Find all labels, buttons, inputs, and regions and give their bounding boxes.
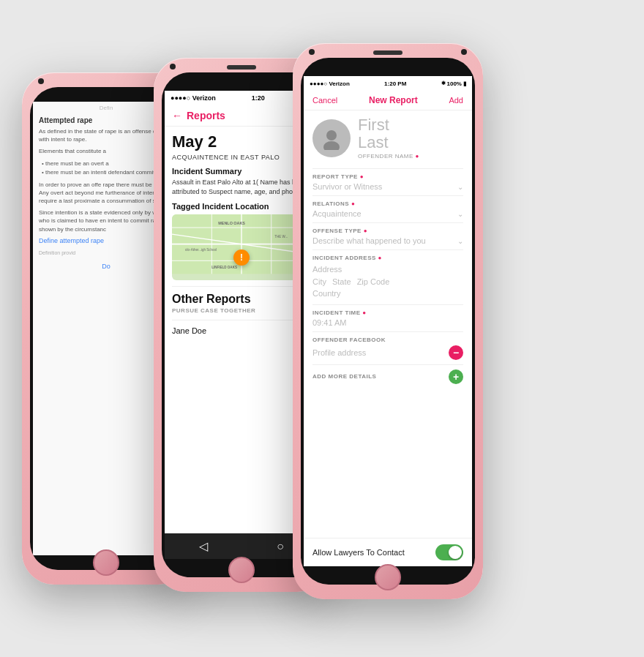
svg-point-12 xyxy=(326,130,337,140)
address-field[interactable]: Address xyxy=(312,263,463,276)
tagged-title: Tagged Incident Location xyxy=(172,202,311,211)
required-dot-rel: ● xyxy=(351,200,355,207)
svg-text:MENLO OAKS: MENLO OAKS xyxy=(218,221,245,225)
incident-time-label: INCIDENT TIME ● xyxy=(312,309,463,316)
report-type-label: REPORT TYPE ● xyxy=(312,173,463,180)
phone-right: ●●●●○ Verizon 1:20 PM ✱ 100% ▮ Cancel Ne… xyxy=(293,43,483,599)
time-value-text: 09:41 AM xyxy=(312,318,346,327)
divider-1 xyxy=(172,286,311,287)
report-tag: ACQUAINTENCE IN EAST PALO xyxy=(172,154,311,161)
incident-address-section: INCIDENT ADDRESS ● Address City State Zi… xyxy=(312,249,463,304)
offender-name-label: OFFENDER NAME ● xyxy=(358,153,419,159)
divider-2 xyxy=(172,320,311,320)
relations-dropdown[interactable]: Acquaintence ⌄ xyxy=(312,209,463,218)
right-carrier: ●●●●○ Verizon xyxy=(310,80,350,87)
add-button[interactable]: Add xyxy=(449,96,463,105)
tag-suffix: IN EAST PALO xyxy=(231,154,280,161)
svg-text:olo-Ather...igh School: olo-Ather...igh School xyxy=(185,248,217,252)
city-state-zip-row: City State Zip Code xyxy=(312,276,463,288)
offender-first-name: First xyxy=(358,116,419,134)
phone-right-inner: ●●●●○ Verizon 1:20 PM ✱ 100% ▮ Cancel Ne… xyxy=(301,58,475,585)
other-reports-sub: PURSUE CASE TOGETHER xyxy=(172,307,311,314)
remove-facebook-button[interactable]: − xyxy=(449,345,463,360)
new-report-title: New Report xyxy=(369,95,418,105)
add-more-details-label: ADD MORE DETAILS xyxy=(312,373,376,380)
left-status-placeholder: Defin xyxy=(100,105,113,111)
home-button-middle[interactable] xyxy=(228,557,255,583)
middle-carrier: ●●●●○ Verizon xyxy=(171,94,216,102)
right-body: First Last OFFENDER NAME ● REPORT TYPE ● xyxy=(304,110,472,557)
home-button-right[interactable] xyxy=(375,564,401,590)
right-battery-section: ✱ 100% ▮ xyxy=(441,80,466,87)
city-field[interactable]: City xyxy=(312,276,326,288)
state-field[interactable]: State xyxy=(332,276,351,288)
report-date: May 2 xyxy=(172,132,311,151)
offender-section: First Last OFFENDER NAME ● xyxy=(312,116,463,159)
svg-text:THE W...: THE W... xyxy=(274,235,288,239)
middle-time: 1:20 xyxy=(252,94,265,102)
offender-name-section: First Last OFFENDER NAME ● xyxy=(358,116,419,159)
bluetooth-icon: ✱ xyxy=(441,80,446,86)
incident-text: Assault in East Palo Alto at 1( Name has… xyxy=(172,178,311,196)
required-dot-name: ● xyxy=(416,153,419,159)
address-fields: Address City State Zip Code Country xyxy=(312,263,463,300)
allow-lawyers-label: Allow Lawyers To Contact xyxy=(312,548,405,557)
right-status-bar: ●●●●○ Verizon 1:20 PM ✱ 100% ▮ xyxy=(304,76,472,91)
report-type-section: REPORT TYPE ● Survivor or Witness ⌄ xyxy=(312,168,463,195)
speaker-middle xyxy=(227,65,256,70)
camera-left-icon xyxy=(38,78,44,84)
scene: Defin Attempted rape As defined in the s… xyxy=(7,14,637,643)
offender-facebook-label: OFFENDER FACEBOOK xyxy=(312,337,463,343)
incident-time-value: 09:41 AM xyxy=(312,318,463,327)
relations-value: Acquaintence xyxy=(312,209,362,218)
chevron-down-icon-rel: ⌄ xyxy=(457,210,463,218)
add-more-details-section: ADD MORE DETAILS + xyxy=(312,364,463,388)
report-type-dropdown[interactable]: Survivor or Witness ⌄ xyxy=(312,182,463,191)
incident-address-label: INCIDENT ADDRESS ● xyxy=(312,255,463,261)
required-dot-addr: ● xyxy=(378,255,382,261)
facebook-row: Profile address − xyxy=(312,345,463,360)
allow-lawyers-row: Allow Lawyers To Contact xyxy=(304,538,472,566)
android-home-btn[interactable]: ○ xyxy=(277,540,284,553)
offense-type-value: Describe what happened to you xyxy=(312,236,426,245)
middle-nav-title: Reports xyxy=(187,110,225,121)
offense-type-label: OFFENSE TYPE ● xyxy=(312,228,463,234)
avatar-icon xyxy=(320,127,343,150)
battery-icon: ▮ xyxy=(463,80,466,87)
other-reports-title: Other Reports xyxy=(172,293,311,306)
home-button-left[interactable] xyxy=(93,549,119,576)
allow-lawyers-toggle[interactable] xyxy=(435,544,463,560)
cancel-button[interactable]: Cancel xyxy=(312,96,337,105)
svg-text:LINFIELD OAKS: LINFIELD OAKS xyxy=(211,266,237,269)
add-more-button[interactable]: + xyxy=(449,369,463,384)
profile-address-placeholder[interactable]: Profile address xyxy=(312,348,366,357)
report-type-value: Survivor or Witness xyxy=(312,182,382,191)
offender-facebook-section: OFFENDER FACEBOOK Profile address − xyxy=(312,331,463,364)
incident-time-section: INCIDENT TIME ● 09:41 AM xyxy=(312,304,463,331)
required-dot-time: ● xyxy=(362,309,366,316)
chevron-down-icon-type: ⌄ xyxy=(457,183,463,191)
camera-middle-left xyxy=(170,64,176,70)
back-arrow-icon[interactable]: ← xyxy=(172,110,182,121)
phone-right-screen: ●●●●○ Verizon 1:20 PM ✱ 100% ▮ Cancel Ne… xyxy=(304,76,472,566)
offense-type-dropdown[interactable]: Describe what happened to you ⌄ xyxy=(312,236,463,245)
report-name: Jane Doe xyxy=(172,326,311,335)
required-dot-off: ● xyxy=(364,228,367,234)
relations-section: RELATIONS ● Acquaintence ⌄ xyxy=(312,195,463,222)
add-more-row: ADD MORE DETAILS + xyxy=(312,369,463,384)
incident-title: Incident Summary xyxy=(172,167,311,176)
android-back-btn[interactable]: ◁ xyxy=(199,539,208,553)
map-pin: ! xyxy=(233,249,250,266)
relations-label: RELATIONS ● xyxy=(312,200,463,207)
camera-right-right xyxy=(461,49,467,55)
speaker-right xyxy=(373,50,402,55)
right-nav: Cancel New Report Add xyxy=(304,91,472,110)
zip-field[interactable]: Zip Code xyxy=(357,276,390,288)
svg-point-13 xyxy=(323,141,340,150)
offense-type-section: OFFENSE TYPE ● Describe what happened to… xyxy=(312,222,463,249)
map-container: MENLO OAKS LINFIELD OAKS THE W... olo-At… xyxy=(172,214,311,280)
country-field[interactable]: Country xyxy=(312,288,463,300)
chevron-down-icon-off: ⌄ xyxy=(457,237,463,245)
required-dot-type: ● xyxy=(360,173,364,180)
avatar xyxy=(312,119,351,157)
